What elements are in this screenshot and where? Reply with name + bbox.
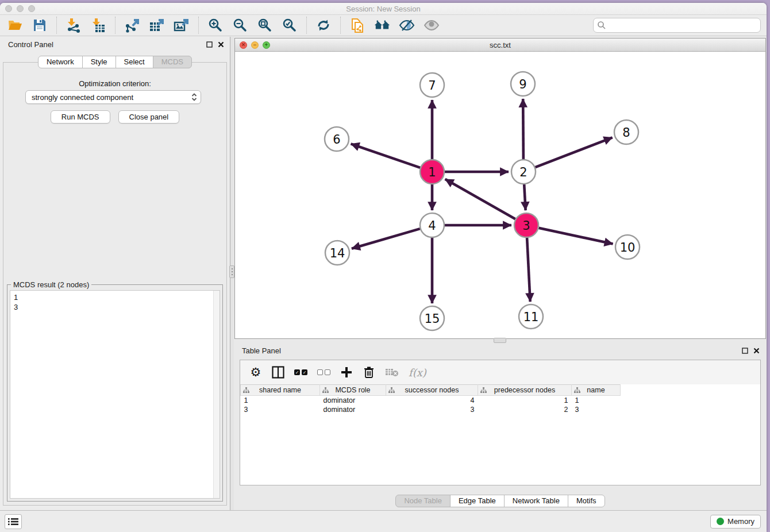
search-icon [597,21,606,30]
mcds-result-title: MCDS result (2 nodes) [11,280,91,289]
zoom-fit-icon[interactable] [257,17,273,33]
table-row[interactable]: 1dominator411 [241,396,761,405]
import-table-icon[interactable] [90,17,106,33]
result-scrollbar[interactable] [213,291,220,498]
column-header-name[interactable]: name [572,385,621,396]
table-settings-icon[interactable]: ⚙ [249,365,262,379]
zoom-in-icon[interactable] [207,17,224,33]
frame-close-button[interactable]: ✕ [240,41,247,49]
refresh-icon[interactable] [315,17,332,33]
search-input[interactable] [593,18,761,33]
control-panel-title: Control Panel [8,40,53,49]
frame-maximize-button[interactable]: + [263,41,270,49]
graph-node-label: 6 [333,133,340,147]
column-layout-icon[interactable] [272,365,284,379]
zoom-selected-icon[interactable] [282,17,298,33]
table-cell: dominator [320,396,386,405]
memory-label: Memory [727,517,754,526]
column-header-predecessor-nodes[interactable]: predecessor nodes [478,385,572,396]
result-line: 1 [14,292,220,302]
frame-minimize-button[interactable]: − [251,41,259,49]
horizontal-splitter[interactable] [234,339,767,344]
memory-status-icon [717,518,724,525]
close-panel-icon[interactable] [218,41,224,48]
graph-edge-3-10[interactable] [539,228,613,244]
show-all-icon[interactable] [424,17,440,33]
tab-edge-table[interactable]: Edge Table [450,495,505,507]
open-session-icon[interactable] [7,17,23,33]
import-network-icon[interactable] [66,17,82,33]
table-cell: 2 [478,405,572,414]
main-toolbar [0,15,767,36]
vertical-splitter[interactable] [230,37,234,510]
graph-edge-4-14[interactable] [352,229,420,249]
float-panel-icon[interactable] [742,348,748,354]
close-panel-icon[interactable] [753,348,760,354]
graph-node-label: 2 [519,165,527,179]
run-mcds-button[interactable]: Run MCDS [51,110,110,124]
float-panel-icon[interactable] [206,41,213,48]
status-bar: Memory [0,510,767,532]
optimization-criterion-select[interactable]: strongly connected component [25,90,201,104]
column-filler [621,385,761,396]
network-graph: 7968124314101511 [235,52,765,338]
first-neighbors-icon[interactable] [374,17,390,33]
zoom-out-icon[interactable] [232,17,248,33]
graph-edge-2-3[interactable] [524,184,525,210]
network-canvas[interactable]: 7968124314101511 [235,52,765,338]
export-image-icon[interactable] [174,17,190,33]
memory-button[interactable]: Memory [710,515,761,529]
delete-columns-icon[interactable] [363,365,375,379]
close-panel-button[interactable]: Close panel [118,110,180,124]
toolbar-separator [115,17,116,34]
toolbar-separator [56,17,57,34]
graph-node-label: 1 [428,165,436,179]
splitter-handle[interactable] [494,338,506,343]
column-header-MCDS-role[interactable]: MCDS role [320,385,386,396]
tab-style[interactable]: Style [82,56,116,68]
graph-edge-2-9[interactable] [523,99,523,159]
tab-network-table[interactable]: Network Table [504,495,568,507]
control-panel-tabs: NetworkStyleSelectMCDS [0,56,230,68]
export-network-icon[interactable] [124,17,140,33]
tab-node-table[interactable]: Node Table [395,495,451,507]
copy-network-icon[interactable] [349,17,365,33]
network-frame-title: scc.txt [235,41,765,49]
optimization-criterion-label: Optimization criterion: [3,79,226,88]
export-table-icon[interactable] [149,17,165,33]
tab-motifs[interactable]: Motifs [568,495,605,507]
splitter-handle[interactable] [229,265,234,278]
control-panel: Control Panel NetworkStyleSelectMCDS Opt… [0,37,230,510]
table-panel-header: Table Panel [234,344,767,357]
graph-node-label: 4 [428,219,436,233]
deselect-all-rows-icon[interactable] [317,365,330,379]
task-history-button[interactable] [5,514,22,529]
column-header-shared-name[interactable]: shared name [241,385,320,396]
table-cell: dominator [320,405,386,414]
table-cell: 1 [572,396,621,405]
tab-select[interactable]: Select [116,56,153,68]
add-column-icon[interactable] [340,365,353,379]
tab-network[interactable]: Network [38,56,83,68]
control-panel-header: Control Panel [0,37,230,52]
mcds-result-textarea[interactable]: 13 [10,290,220,499]
column-header-successor-nodes[interactable]: successor nodes [386,385,478,396]
graph-node-label: 8 [622,126,630,140]
table-row[interactable]: 3dominator323 [241,405,761,414]
function-builder-icon[interactable]: f(x) [409,365,426,379]
app-window: Session: New Session [0,3,767,532]
table-cell: 1 [241,396,320,405]
result-line: 3 [14,302,220,312]
hide-selected-icon[interactable] [399,17,415,33]
main-area: Control Panel NetworkStyleSelectMCDS Opt… [0,37,767,510]
save-session-icon[interactable] [32,17,48,33]
delete-table-icon[interactable] [385,365,399,379]
graph-edge-3-1[interactable] [445,179,515,219]
select-all-rows-icon[interactable]: ✓✓ [294,365,307,379]
graph-edge-1-6[interactable] [351,144,421,167]
tab-mcds[interactable]: MCDS [153,56,192,68]
graph-edge-2-8[interactable] [536,137,613,167]
graph-edge-3-11[interactable] [527,238,530,302]
graph-node-label: 15 [425,312,440,326]
table-cell: 3 [386,405,478,414]
